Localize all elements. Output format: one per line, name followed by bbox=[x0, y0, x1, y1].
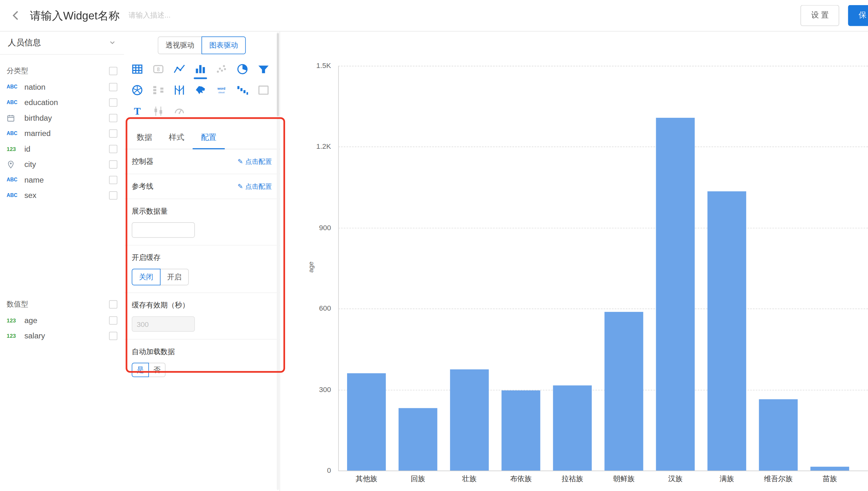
funnel-icon[interactable] bbox=[253, 59, 274, 80]
candlestick-icon[interactable] bbox=[148, 100, 169, 122]
parallel-icon[interactable] bbox=[169, 80, 190, 100]
widget-description-input[interactable]: 请输入描述... bbox=[129, 10, 170, 21]
abc-type-icon: ABC bbox=[7, 131, 24, 136]
y-axis-line bbox=[338, 66, 339, 470]
wordcloud-icon[interactable]: wordcloud bbox=[211, 80, 232, 100]
reference-line-label: 参考线 bbox=[132, 181, 154, 191]
field-section-label: 数值型 bbox=[7, 299, 109, 309]
line-chart-icon[interactable] bbox=[169, 59, 190, 80]
cache-row: 开启缓存 关闭 开启 bbox=[124, 246, 280, 293]
bar-布依族[interactable] bbox=[501, 391, 540, 470]
tab-样式[interactable]: 样式 bbox=[160, 127, 192, 149]
settings-button[interactable]: 设 置 bbox=[801, 5, 839, 26]
bar-朝鲜族[interactable] bbox=[604, 312, 643, 470]
field-item-salary[interactable]: 123salary bbox=[0, 328, 124, 343]
field-checkbox[interactable] bbox=[109, 331, 117, 340]
bar-汉族[interactable] bbox=[656, 118, 695, 470]
bar-苗族[interactable] bbox=[811, 467, 849, 470]
field-checkbox[interactable] bbox=[109, 129, 117, 137]
scorecard-icon[interactable]: 8 bbox=[148, 59, 169, 80]
data-limit-row: 展示数据量 bbox=[124, 199, 280, 246]
field-checkbox[interactable] bbox=[109, 160, 117, 168]
rose-chart-icon[interactable] bbox=[127, 80, 148, 100]
chart-drive-button[interactable]: 图表驱动 bbox=[201, 36, 246, 54]
gridline bbox=[338, 309, 868, 309]
bar-满族[interactable] bbox=[708, 191, 746, 470]
sankey-icon[interactable] bbox=[148, 80, 169, 100]
bar-维吾尔族[interactable] bbox=[759, 399, 798, 470]
x-tick-label: 朝鲜族 bbox=[598, 474, 649, 484]
scatter-icon[interactable] bbox=[211, 59, 232, 80]
field-item-city[interactable]: city bbox=[0, 156, 124, 172]
field-name: birthday bbox=[24, 113, 109, 122]
bar-拉祜族[interactable] bbox=[553, 385, 592, 470]
widget-name-input[interactable]: 请输入Widget名称 bbox=[30, 8, 120, 23]
abc-type-icon: ABC bbox=[7, 177, 24, 182]
field-name: salary bbox=[24, 331, 109, 340]
numeric-type-icon: 123 bbox=[7, 146, 24, 152]
pencil-icon: ✎ bbox=[238, 158, 243, 165]
field-item-education[interactable]: ABCeducation bbox=[0, 94, 124, 110]
abc-type-icon: ABC bbox=[7, 99, 24, 105]
field-item-married[interactable]: ABCmarried bbox=[0, 125, 124, 141]
field-checkbox[interactable] bbox=[109, 176, 117, 184]
field-checkbox[interactable] bbox=[109, 145, 117, 153]
field-name: married bbox=[24, 129, 109, 138]
text-icon[interactable]: T bbox=[127, 100, 148, 122]
table-icon[interactable] bbox=[127, 59, 148, 80]
field-checkbox[interactable] bbox=[109, 114, 117, 122]
autoload-label: 自动加载数据 bbox=[132, 347, 272, 356]
reference-line-row: 参考线 ✎ 点击配置 bbox=[124, 174, 280, 199]
cache-off-button[interactable]: 关闭 bbox=[132, 269, 160, 285]
cache-ttl-label: 缓存有效期（秒） bbox=[132, 300, 272, 310]
field-checkbox[interactable] bbox=[109, 98, 117, 106]
tab-数据[interactable]: 数据 bbox=[129, 127, 160, 149]
field-item-age[interactable]: 123age bbox=[0, 313, 124, 328]
waterfall-icon[interactable] bbox=[232, 80, 253, 100]
bar-壮族[interactable] bbox=[450, 369, 489, 470]
controller-configure-link[interactable]: ✎ 点击配置 bbox=[238, 157, 272, 166]
tab-配置[interactable]: 配置 bbox=[193, 127, 225, 149]
controller-row: 控制器 ✎ 点击配置 bbox=[124, 149, 280, 174]
field-item-sex[interactable]: ABCsex bbox=[0, 187, 124, 203]
x-tick-label: 布依族 bbox=[495, 474, 546, 484]
scrollbar[interactable] bbox=[277, 32, 279, 490]
cache-on-button[interactable]: 开启 bbox=[160, 269, 189, 285]
field-item-nation[interactable]: ABCnation bbox=[0, 79, 124, 94]
iframe-icon[interactable] bbox=[253, 80, 274, 100]
field-item-birthday[interactable]: birthday bbox=[0, 110, 124, 125]
field-checkbox[interactable] bbox=[109, 316, 117, 324]
autoload-yes-button[interactable]: 是 bbox=[132, 363, 149, 377]
back-button[interactable] bbox=[9, 8, 23, 23]
x-tick-label: 回族 bbox=[392, 474, 443, 484]
controller-label: 控制器 bbox=[132, 156, 154, 166]
save-button[interactable]: 保 存 bbox=[848, 5, 868, 26]
gridline bbox=[338, 389, 868, 390]
field-name: city bbox=[24, 160, 109, 169]
config-body: 控制器 ✎ 点击配置 参考线 ✎ 点击配置 展示数据量 开启缓存 bbox=[124, 149, 280, 384]
field-item-name[interactable]: ABCname bbox=[0, 172, 124, 187]
field-checkbox[interactable] bbox=[109, 83, 117, 91]
y-tick-label: 300 bbox=[297, 385, 331, 394]
data-limit-input[interactable] bbox=[132, 222, 195, 237]
location-pin-icon bbox=[7, 160, 24, 168]
section-checkbox[interactable] bbox=[109, 300, 117, 308]
map-icon[interactable] bbox=[190, 80, 211, 100]
pivot-drive-button[interactable]: 透视驱动 bbox=[158, 36, 202, 54]
field-item-id[interactable]: 123id bbox=[0, 141, 124, 156]
config-tabs: 数据样式配置 bbox=[124, 127, 280, 149]
field-section: 分类型ABCnationABCeducationbirthdayABCmarri… bbox=[0, 63, 124, 203]
pie-chart-icon[interactable] bbox=[232, 59, 253, 80]
reference-line-configure-link[interactable]: ✎ 点击配置 bbox=[238, 182, 272, 191]
bar-chart-icon[interactable] bbox=[190, 59, 211, 80]
chart-type-grid: 8wordcloudT bbox=[124, 54, 280, 123]
section-checkbox[interactable] bbox=[109, 67, 117, 75]
topbar: 请输入Widget名称 请输入描述... 设 置 保 存 bbox=[0, 0, 868, 32]
field-checkbox[interactable] bbox=[109, 191, 117, 199]
bar-回族[interactable] bbox=[399, 408, 437, 470]
autoload-no-button[interactable]: 否 bbox=[148, 363, 166, 377]
scrollbar-thumb[interactable] bbox=[277, 33, 279, 116]
dataset-selector[interactable]: 人员信息 bbox=[0, 31, 124, 55]
bar-其他族[interactable] bbox=[347, 373, 386, 470]
gauge-icon[interactable] bbox=[169, 100, 190, 122]
